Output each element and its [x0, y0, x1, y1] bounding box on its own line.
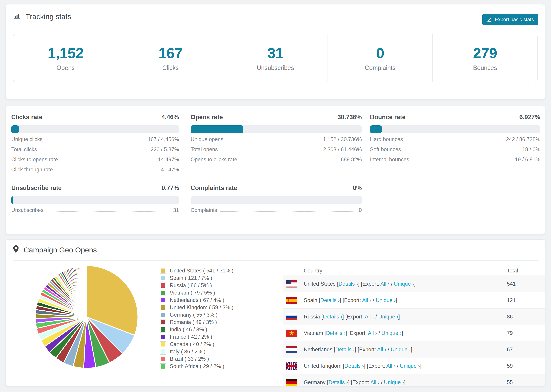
dotted-leader — [61, 161, 155, 161]
legend-item: Romania ( 49 / 3% ) — [160, 318, 233, 326]
details-link[interactable]: Details › — [335, 347, 355, 352]
export-unique-link[interactable]: Unique › — [394, 281, 414, 287]
export-icon — [487, 17, 492, 22]
export-all-link[interactable]: All › — [362, 297, 371, 303]
rate-row: Total opens2,303 / 61.446% — [191, 147, 362, 156]
rate-row-label: Soft bounces — [370, 147, 401, 153]
stat-value: 1,152 — [48, 45, 84, 62]
legend-swatch — [160, 275, 166, 281]
export-unique-link[interactable]: Unique › — [391, 347, 411, 352]
rate-panel-head: Opens rate30.736% — [191, 113, 362, 121]
rate-value: 0% — [353, 184, 362, 192]
column-header-total: Total — [507, 268, 518, 274]
details-link[interactable]: Details › — [320, 297, 340, 303]
details-link[interactable]: Details › — [339, 281, 358, 287]
progress-fill — [11, 125, 19, 133]
rate-row-value: 19 / 6.81% — [515, 156, 540, 163]
export-all-link[interactable]: All › — [380, 281, 389, 287]
total-cell: 67 — [507, 347, 513, 353]
column-header-country: Country — [304, 268, 322, 274]
total-cell: 86 — [507, 314, 513, 320]
country-cell: United Kingdom [Details ›] [Export: All … — [304, 363, 422, 369]
legend-item: Italy ( 36 / 2% ) — [160, 348, 233, 355]
rate-title: Clicks rate — [11, 113, 42, 121]
total-cell: 79 — [507, 330, 513, 336]
flag-icon-nl — [286, 346, 297, 353]
geo-table-body: United States [Details ›] [Export: All ›… — [283, 275, 545, 386]
legend-swatch — [160, 312, 166, 318]
flag-icon-gb — [286, 362, 297, 370]
flag-icon-de — [286, 379, 297, 386]
export-unique-link[interactable]: Unique › — [400, 363, 420, 369]
flag-icon-es — [286, 297, 297, 304]
rate-row-value: 14.497% — [158, 156, 179, 163]
table-row-us: United States [Details ›] [Export: All ›… — [283, 275, 545, 292]
stat-value: 0 — [376, 45, 384, 62]
stat-box-opens: 1,152Opens — [13, 34, 118, 82]
legend-item: United States ( 541 / 31% ) — [160, 267, 233, 274]
details-link[interactable]: Details › — [345, 363, 364, 369]
legend-swatch — [160, 290, 166, 296]
rate-row-value: 4.147% — [161, 167, 179, 173]
stat-box-unsubscribes: 31Unsubscribes — [223, 34, 328, 82]
rate-row: Unsubscribes31 — [11, 207, 179, 217]
legend-item: Canada ( 40 / 2% ) — [160, 341, 233, 348]
rate-rows: Unique clicks167 / 4.456%Total clicks220… — [11, 136, 179, 177]
export-all-link[interactable]: All › — [386, 363, 395, 369]
legend-swatch — [160, 268, 166, 274]
flag-icon-vn — [286, 329, 297, 337]
geo-opens-title: Campaign Geo Opens — [24, 246, 97, 254]
export-unique-link[interactable]: Unique › — [378, 314, 398, 320]
rate-panel-opens-rate: Opens rate30.736%Unique opens1,152 / 30.… — [191, 113, 362, 167]
legend-item: United Kingdom ( 59 / 3% ) — [160, 304, 233, 311]
rate-title: Opens rate — [191, 113, 223, 121]
rate-row: Clicks to opens rate14.497% — [11, 156, 179, 167]
export-all-link[interactable]: All › — [368, 330, 377, 336]
table-row-es: Spain [Details ›] [Export: All › / Uniqu… — [283, 292, 545, 308]
export-unique-link[interactable]: Unique › — [381, 330, 402, 336]
legend-label: Canada ( 40 / 2% ) — [170, 341, 214, 347]
details-link[interactable]: Details › — [329, 379, 348, 385]
progress-bar — [11, 196, 179, 204]
legend-item: Germany ( 55 / 3% ) — [160, 311, 233, 318]
stat-box-clicks: 167Clicks — [118, 34, 223, 82]
legend-label: Brazil ( 33 / 2% ) — [170, 356, 209, 362]
export-all-link[interactable]: All › — [365, 314, 374, 320]
rate-panel-clicks-rate: Clicks rate4.46%Unique clicks167 / 4.456… — [11, 113, 179, 177]
rate-panel-unsubscribe-rate: Unsubscribe rate0.77%Unsubscribes31 — [11, 184, 179, 217]
country-cell: Spain [Details ›] [Export: All › / Uniqu… — [304, 297, 397, 303]
rate-title: Complaints rate — [191, 184, 237, 192]
stat-value: 31 — [267, 45, 283, 62]
stat-label: Bounces — [473, 64, 497, 71]
rate-row: Opens to clicks rate689.82% — [191, 156, 362, 167]
legend-item: India ( 46 / 3% ) — [160, 326, 233, 333]
export-basic-stats-button[interactable]: Export basic stats — [482, 14, 538, 25]
legend-swatch — [160, 305, 166, 310]
details-link[interactable]: Details › — [323, 314, 342, 320]
rate-row-value: 242 / 86.738% — [506, 136, 540, 142]
dotted-leader — [221, 151, 320, 151]
export-unique-link[interactable]: Unique › — [376, 297, 396, 303]
table-row-nl: Netherlands [Details ›] [Export: All › /… — [283, 341, 545, 358]
export-all-link[interactable]: All › — [377, 347, 386, 352]
rate-row-label: Total opens — [191, 147, 218, 153]
legend-item: Russia ( 86 / 5% ) — [160, 282, 233, 289]
legend-label: India ( 46 / 3% ) — [170, 327, 207, 333]
legend-label: Romania ( 49 / 3% ) — [170, 319, 217, 325]
legend-swatch — [160, 364, 166, 369]
progress-bar — [191, 125, 362, 133]
stat-label: Clicks — [162, 64, 179, 71]
table-row-de: Germany [Details ›] [Export: All › / Uni… — [283, 374, 545, 386]
map-marker-icon — [13, 245, 19, 255]
export-all-link[interactable]: All › — [370, 379, 379, 385]
legend-label: United States ( 541 / 31% ) — [170, 268, 233, 274]
rate-value: 6.927% — [519, 113, 540, 121]
dotted-leader — [412, 161, 512, 161]
legend-swatch — [160, 297, 166, 303]
dotted-leader — [40, 151, 148, 151]
rate-row-label: Complaints — [191, 207, 217, 213]
export-unique-link[interactable]: Unique › — [384, 379, 404, 385]
legend-label: Russia ( 86 / 5% ) — [170, 282, 212, 288]
details-link[interactable]: Details › — [326, 330, 346, 336]
rate-row-value: 2,303 / 61.446% — [323, 147, 362, 153]
